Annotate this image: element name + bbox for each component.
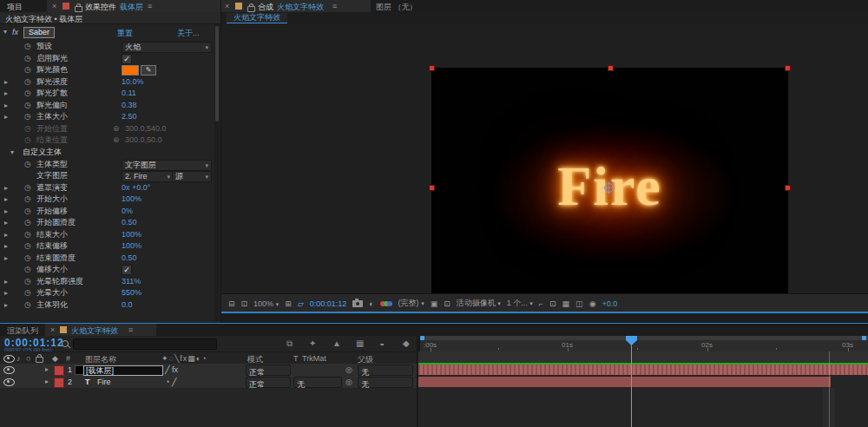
lock-icon[interactable] (75, 6, 82, 12)
twirl-closed-icon[interactable]: ▸ (4, 276, 8, 287)
twirl-closed-icon[interactable]: ▸ (4, 253, 8, 264)
twirl-open-icon[interactable]: ▾ (3, 28, 7, 36)
transparency-grid-icon[interactable]: ⊡ (444, 299, 450, 308)
view-layout-select[interactable]: 1 个... ▾ (507, 298, 533, 309)
stopwatch-icon[interactable]: ◷ (24, 159, 31, 170)
twirl-closed-icon[interactable]: ▸ (4, 76, 8, 88)
tab-effect-controls[interactable]: × 效果控件 载体层 ≡ (47, 0, 220, 12)
fast-previews-icon[interactable]: ▦ (562, 299, 570, 308)
stopwatch-icon[interactable]: ◷ (24, 64, 31, 76)
stopwatch-icon[interactable]: ◷ (24, 76, 31, 88)
layer-name-edit-field[interactable]: [载体层] (83, 365, 163, 376)
roi-icon[interactable]: ▣ (431, 299, 438, 308)
twirl-closed-icon[interactable]: ▸ (4, 299, 8, 311)
stopwatch-icon[interactable]: ◷ (24, 206, 31, 217)
preview-icon[interactable]: ⊡ (241, 299, 248, 308)
twirl-closed-icon[interactable]: ▸ (45, 378, 49, 385)
stopwatch-icon[interactable]: ◷ (24, 264, 31, 275)
close-icon[interactable]: × (52, 2, 56, 10)
effect-panel-scrollbar[interactable] (214, 24, 220, 321)
pixel-aspect-icon[interactable]: ⊡ (549, 299, 556, 308)
layer-switches[interactable]: ╱ fx (165, 365, 178, 374)
about-link[interactable]: 关于... (177, 28, 200, 39)
stopwatch-icon[interactable]: ◷ (24, 217, 31, 228)
panel-menu-icon[interactable]: ≡ (128, 325, 133, 334)
param-value[interactable]: 0% (122, 206, 133, 217)
pickwhip-icon[interactable]: ◎ (345, 378, 352, 386)
param-value[interactable]: 10.0% (122, 76, 144, 88)
eye-column-icon[interactable] (3, 355, 15, 363)
twirl-closed-icon[interactable]: ▸ (4, 194, 8, 205)
resolution-select[interactable]: (完整) ▾ (398, 298, 424, 309)
effect-name[interactable]: Saber (23, 27, 55, 38)
composition-canvas[interactable]: Fire (431, 68, 788, 306)
preset-select[interactable]: 火焰 ▾ (122, 42, 212, 53)
param-value[interactable]: 0.50 (122, 217, 137, 228)
twirl-closed-icon[interactable]: ▸ (4, 111, 8, 122)
selection-handle[interactable] (785, 65, 791, 71)
twirl-closed-icon[interactable]: ▸ (4, 100, 8, 111)
blend-mode-select[interactable]: 正常 ▾ (246, 365, 291, 376)
navigator-start-handle[interactable] (420, 336, 424, 340)
timeline-nav-icon[interactable]: ◫ (575, 299, 583, 308)
stopwatch-icon[interactable]: ◷ (24, 100, 31, 111)
channels-icon[interactable] (380, 299, 392, 308)
twirl-open-icon[interactable]: ▾ (10, 147, 14, 158)
stopwatch-icon[interactable]: ◷ (24, 240, 31, 252)
eyedropper-icon[interactable]: ✎ (141, 65, 156, 76)
param-value[interactable]: 100% (122, 194, 141, 205)
parent-select[interactable]: 无 ▾ (358, 377, 413, 388)
layer-anchor-point[interactable] (604, 183, 614, 193)
hide-shy-icon[interactable]: ▲ (332, 338, 341, 348)
twirl-closed-icon[interactable]: ▸ (4, 182, 8, 194)
twirl-closed-icon[interactable]: ▸ (4, 88, 8, 99)
time-navigator[interactable] (420, 336, 868, 340)
snapshot-camera-icon[interactable] (352, 300, 363, 307)
enable-glow-checkbox[interactable]: ✓ (122, 54, 132, 64)
param-value[interactable]: 100% (122, 240, 141, 252)
search-icon[interactable] (62, 340, 69, 347)
param-value[interactable]: 0.0 (122, 299, 133, 311)
grid-guides-icon[interactable]: ⊞ (285, 299, 292, 308)
layer-duration-bar[interactable] (418, 377, 831, 387)
lock-column-icon[interactable] (36, 357, 43, 363)
layer-row[interactable]: ▸ 1 [载体层] ╱ fx 正常 ▾ ◎ 无 ▾ (0, 364, 418, 377)
exposure-value[interactable]: +0.0 (602, 299, 617, 308)
timeline-divider[interactable] (417, 336, 418, 427)
text-layer-source-select[interactable]: 源 ▾ (172, 171, 212, 182)
param-value[interactable]: 0.11 (122, 88, 136, 99)
param-value[interactable]: 100% (122, 229, 141, 240)
draft3d-icon[interactable]: ✦ (309, 338, 316, 348)
trkmat-header[interactable]: TrkMat (302, 354, 326, 363)
pickwhip-icon[interactable]: ◎ (345, 365, 352, 374)
search-input[interactable] (73, 338, 217, 350)
close-icon[interactable]: × (225, 2, 229, 10)
navigator-end-handle[interactable] (862, 336, 866, 340)
comp-flowchart-icon[interactable]: ⧉ (286, 338, 293, 349)
stopwatch-icon[interactable]: ◷ (24, 111, 31, 122)
frame-blend-icon[interactable]: ▦ (356, 338, 364, 348)
param-value[interactable]: 0x +0.0° (122, 182, 150, 194)
selection-handle[interactable] (785, 185, 791, 191)
selection-handle[interactable] (608, 65, 614, 71)
viewer-timecode[interactable]: 0:00:01:12 (310, 299, 347, 308)
zoom-select[interactable]: 100% ▾ (253, 299, 279, 308)
layer-switches[interactable]: ◔ ╱ (165, 378, 176, 386)
stopwatch-icon[interactable]: ◷ (24, 182, 31, 194)
stopwatch-icon[interactable]: ◷ (24, 41, 31, 52)
close-icon[interactable]: × (50, 325, 55, 334)
scrollbar-thumb[interactable] (215, 26, 219, 122)
stopwatch-icon[interactable]: ◷ (24, 53, 31, 64)
twirl-closed-icon[interactable]: ▸ (4, 240, 8, 252)
layer-label-chip[interactable] (54, 365, 64, 376)
reset-link[interactable]: 重置 (117, 28, 133, 39)
show-snapshot-icon[interactable]: ◐ (369, 299, 373, 308)
switches-header-icons[interactable]: ✦◌╲fx▦◐◔ (161, 354, 207, 363)
twirl-closed-icon[interactable]: ▸ (4, 229, 8, 240)
motion-blur-icon[interactable]: ◒ (379, 338, 385, 348)
layer-duration-bar[interactable] (418, 365, 868, 375)
blend-mode-select[interactable]: 正常 ▾ (246, 377, 291, 388)
monitor-icon[interactable]: ⊟ (228, 299, 235, 308)
text-layer-select[interactable]: 2. Fire ▾ (122, 171, 174, 182)
twirl-closed-icon[interactable]: ▸ (4, 217, 8, 228)
